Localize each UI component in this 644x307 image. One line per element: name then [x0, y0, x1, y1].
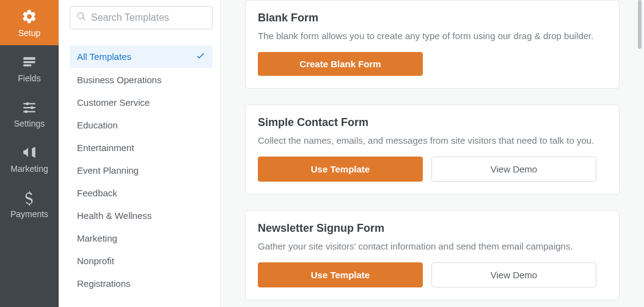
- template-card-simple-contact: Simple Contact Form Collect the names, e…: [245, 105, 620, 194]
- category-label: Registrations: [77, 278, 131, 289]
- template-card-blank: Blank Form The blank form allows you to …: [245, 0, 620, 89]
- category-label: Education: [77, 120, 118, 130]
- template-description: The blank form allows you to create any …: [258, 29, 607, 42]
- template-title: Blank Form: [258, 12, 607, 24]
- nav-label: Settings: [14, 119, 45, 128]
- svg-point-8: [24, 110, 27, 113]
- bullhorn-icon: [21, 144, 37, 160]
- nav-item-payments[interactable]: Payments: [0, 181, 59, 226]
- svg-rect-1: [23, 61, 35, 63]
- category-item[interactable]: Education: [70, 114, 213, 136]
- scrollbar-track[interactable]: [637, 0, 643, 307]
- category-label: Marketing: [77, 233, 117, 243]
- category-label: Event Planning: [77, 165, 139, 176]
- use-template-button[interactable]: Use Template: [258, 157, 423, 182]
- category-label: All Templates: [77, 51, 131, 62]
- nav-item-fields[interactable]: Fields: [0, 45, 59, 91]
- category-item[interactable]: Business Operations: [70, 69, 213, 91]
- template-description: Gather your site visitors' contact infor…: [258, 240, 607, 253]
- category-item[interactable]: Marketing: [70, 227, 213, 249]
- nav-item-setup[interactable]: Setup: [0, 0, 59, 45]
- category-label: Entertainment: [77, 142, 134, 153]
- use-template-button[interactable]: Use Template: [258, 262, 423, 287]
- categories-panel: All Templates Business Operations Custom…: [59, 0, 221, 307]
- fields-icon: [21, 54, 37, 70]
- category-item-all[interactable]: All Templates: [70, 45, 213, 68]
- category-label: Customer Service: [77, 97, 150, 108]
- card-actions: Create Blank Form: [258, 52, 607, 76]
- svg-rect-3: [23, 103, 35, 105]
- primary-nav: Setup Fields Settings Marketing Payments: [0, 0, 59, 307]
- category-label: Health & Wellness: [77, 210, 152, 221]
- search-icon: [76, 12, 86, 24]
- category-item[interactable]: Health & Wellness: [70, 205, 213, 226]
- template-card-newsletter: Newsletter Signup Form Gather your site …: [245, 210, 620, 300]
- dollar-icon: [21, 190, 37, 205]
- template-gallery: Blank Form The blank form allows you to …: [221, 0, 644, 307]
- nav-label: Setup: [18, 28, 41, 38]
- svg-rect-5: [23, 107, 35, 108]
- template-title: Simple Contact Form: [258, 116, 607, 129]
- category-item[interactable]: Registrations: [70, 273, 213, 294]
- search-wrap[interactable]: [70, 6, 213, 29]
- category-item[interactable]: Feedback: [70, 182, 213, 204]
- gear-icon: [21, 9, 37, 24]
- nav-label: Fields: [18, 73, 40, 83]
- category-list: All Templates Business Operations Custom…: [70, 45, 213, 294]
- nav-label: Payments: [10, 209, 48, 219]
- nav-item-marketing[interactable]: Marketing: [0, 136, 59, 181]
- template-description: Collect the names, emails, and messages …: [258, 134, 607, 147]
- scrollbar-thumb[interactable]: [638, 0, 642, 49]
- sliders-icon: [21, 99, 37, 115]
- card-actions: Use Template View Demo: [258, 157, 607, 182]
- template-title: Newsletter Signup Form: [258, 222, 607, 235]
- check-icon: [196, 51, 205, 62]
- category-label: Feedback: [77, 188, 117, 198]
- nav-label: Marketing: [10, 164, 48, 174]
- svg-point-6: [31, 106, 34, 109]
- create-blank-form-button[interactable]: Create Blank Form: [258, 52, 423, 76]
- svg-rect-2: [23, 64, 31, 66]
- view-demo-button[interactable]: View Demo: [431, 157, 596, 182]
- svg-point-4: [26, 102, 29, 105]
- svg-rect-0: [23, 57, 35, 59]
- search-input[interactable]: [91, 12, 206, 23]
- category-item[interactable]: Nonprofit: [70, 250, 213, 272]
- category-label: Nonprofit: [77, 256, 114, 266]
- category-item[interactable]: Customer Service: [70, 92, 213, 113]
- category-label: Business Operations: [77, 75, 161, 85]
- view-demo-button[interactable]: View Demo: [431, 262, 596, 287]
- card-actions: Use Template View Demo: [258, 262, 607, 287]
- category-item[interactable]: Event Planning: [70, 160, 213, 181]
- category-item[interactable]: Entertainment: [70, 137, 213, 158]
- nav-item-settings[interactable]: Settings: [0, 91, 59, 136]
